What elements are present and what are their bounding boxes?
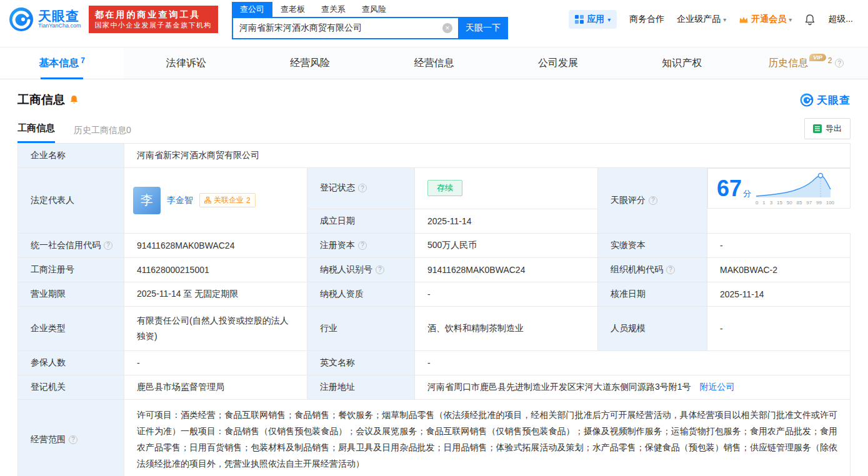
- reg-address-cell: 河南省周口市鹿邑县先进制造业开发区宋河大道东侧同源路3号附1号 附近公司: [415, 375, 851, 399]
- membership-menu[interactable]: 开通会员 ▾: [739, 14, 792, 25]
- tab-intellectual-property[interactable]: 知识产权: [620, 47, 744, 79]
- org-code-label: 组织机构代码?: [598, 257, 707, 282]
- tab-operation-risk[interactable]: 经营风险: [248, 47, 372, 79]
- export-excel-icon: [813, 124, 822, 133]
- tab-count: 2: [828, 56, 832, 65]
- industry-value: 酒、饮料和精制茶制造业: [415, 306, 598, 350]
- tianyancha-logo[interactable]: 天眼查 TianYanCha.com: [9, 7, 81, 32]
- orange-bell-icon: [69, 95, 79, 105]
- subtab-bar: 工商信息 历史工商信息0 导出: [17, 118, 851, 143]
- search-tab-risk[interactable]: 查风险: [354, 2, 394, 17]
- promo-banner-line1: 都在用的商业查询工具: [95, 9, 212, 21]
- tab-history-info[interactable]: 历史信息 VIP 2 ?: [744, 47, 868, 79]
- company-name-label: 企业名称: [18, 144, 124, 168]
- org-chart-icon: [204, 197, 211, 204]
- insured-count-value: -: [124, 350, 307, 375]
- header-menu: 应用 ▾ 商务合作 企业级产品 ▾ 开通会员 ▾ 超级...: [569, 10, 853, 29]
- reg-status-label: 登记状态?: [307, 168, 415, 209]
- legal-rep-avatar[interactable]: 李: [133, 187, 161, 214]
- reg-capital-label: 注册资本?: [307, 233, 415, 257]
- business-cooperation-link[interactable]: 商务合作: [629, 14, 664, 25]
- table-row: 企业名称 河南省新宋河酒水商贸有限公司: [18, 144, 851, 168]
- help-icon[interactable]: ?: [69, 435, 77, 444]
- search-block: 查公司 查老板 查关系 查风险 ✕ 天眼一下: [232, 2, 508, 39]
- section-title: 工商信息: [17, 92, 65, 108]
- establish-date-value: 2025-11-14: [415, 209, 598, 233]
- help-icon[interactable]: ?: [358, 241, 367, 250]
- credit-code-value: 91411628MAK0BWAC24: [124, 233, 307, 257]
- org-code-value: MAK0BWAC-2: [707, 257, 851, 282]
- help-icon[interactable]: ?: [666, 265, 675, 274]
- company-type-label: 企业类型: [18, 306, 124, 350]
- reg-number-label: 工商注册号: [18, 257, 124, 282]
- approval-date-value: 2025-11-14: [707, 282, 851, 306]
- search-button[interactable]: 天眼一下: [458, 17, 508, 39]
- notifications-button[interactable]: [804, 14, 816, 26]
- establish-date-label: 成立日期: [307, 209, 415, 233]
- promo-banner-line2: 国家中小企业发展子基金旗下机构: [95, 21, 212, 30]
- tab-legal-proceedings[interactable]: 法律诉讼: [124, 47, 247, 79]
- table-row: 经营范围? 许可项目：酒类经营；食品互联网销售；食品销售；餐饮服务；烟草制品零售…: [18, 399, 851, 476]
- reg-capital-value: 500万人民币: [415, 233, 598, 257]
- subtab-history-business-info[interactable]: 历史工商信息0: [74, 125, 131, 143]
- help-icon[interactable]: ?: [649, 196, 657, 205]
- apps-label: 应用: [587, 14, 604, 25]
- apps-menu[interactable]: 应用 ▾: [569, 10, 617, 29]
- industry-label: 行业: [307, 306, 415, 350]
- help-icon[interactable]: ?: [104, 241, 112, 250]
- table-row: 登记机关 鹿邑县市场监督管理局 注册地址 河南省周口市鹿邑县先进制造业开发区宋河…: [18, 375, 851, 399]
- reg-status-cell: 存续: [415, 168, 598, 209]
- staff-size-value: -: [707, 306, 851, 350]
- score-cell: 67分 0131550859799100: [707, 168, 851, 209]
- clear-search-icon[interactable]: ✕: [442, 23, 452, 33]
- vip-badge: VIP: [809, 54, 826, 61]
- tab-basic-info[interactable]: 基本信息 7: [0, 47, 124, 79]
- subtab-business-info[interactable]: 工商信息: [17, 122, 55, 143]
- reg-number-value: 411628000215001: [124, 257, 307, 282]
- help-icon[interactable]: ?: [376, 265, 384, 274]
- enterprise-products-menu[interactable]: 企业级产品 ▾: [677, 14, 726, 25]
- section-watermark-logo: 天眼查: [800, 93, 851, 107]
- business-term-label: 营业期限: [18, 282, 124, 306]
- apps-grid-icon: [575, 15, 584, 24]
- legal-rep-name-link[interactable]: 李金智: [167, 195, 193, 206]
- paid-capital-label: 实缴资本: [598, 233, 707, 257]
- search-type-tabs: 查公司 查老板 查关系 查风险: [232, 2, 508, 17]
- tab-operation-info[interactable]: 经营信息: [372, 47, 496, 79]
- nearby-companies-link[interactable]: 附近公司: [699, 382, 734, 392]
- credit-code-label: 统一社会信用代码?: [18, 233, 124, 257]
- chevron-down-icon: ▾: [789, 16, 792, 23]
- score-curve: [755, 171, 835, 200]
- search-input[interactable]: [232, 17, 458, 39]
- help-icon[interactable]: ?: [358, 184, 367, 192]
- staff-size-label: 人员规模: [598, 306, 707, 350]
- monitor-bell-button[interactable]: [69, 95, 79, 105]
- export-button[interactable]: 导出: [804, 118, 851, 139]
- score-value: 67: [717, 176, 742, 201]
- taxpayer-quality-value: -: [415, 282, 598, 306]
- super-vip-menu[interactable]: 超级...: [828, 14, 853, 25]
- table-row: 统一社会信用代码? 91411628MAK0BWAC24 注册资本? 500万人…: [18, 233, 851, 257]
- related-companies-badge[interactable]: 关联企业 2: [199, 193, 256, 207]
- english-name-value: -: [415, 350, 851, 375]
- search-tab-company[interactable]: 查公司: [232, 2, 272, 17]
- business-term-value: 2025-11-14 至 无固定期限: [124, 282, 307, 306]
- company-name-value: 河南省新宋河酒水商贸有限公司: [124, 144, 851, 168]
- table-row: 工商注册号 411628000215001 纳税人识别号? 91411628MA…: [18, 257, 851, 282]
- tab-company-development[interactable]: 公司发展: [496, 47, 620, 79]
- search-tab-relation[interactable]: 查关系: [313, 2, 354, 17]
- search-tab-boss[interactable]: 查老板: [272, 2, 313, 17]
- business-info-table: 企业名称 河南省新宋河酒水商贸有限公司 法定代表人 李 李金智 关联企业 2: [17, 143, 851, 476]
- chevron-down-icon: ▾: [723, 16, 726, 23]
- tianyancha-logo-icon: [800, 93, 814, 107]
- taxpayer-id-label: 纳税人识别号?: [307, 257, 415, 282]
- taxpayer-id-value: 91411628MAK0BWAC24: [415, 257, 598, 282]
- help-icon[interactable]: ?: [835, 59, 844, 67]
- related-companies-count: 2: [246, 196, 251, 205]
- reg-authority-value: 鹿邑县市场监督管理局: [124, 375, 307, 399]
- reg-address-value: 河南省周口市鹿邑县先进制造业开发区宋河大道东侧同源路3号附1号: [427, 382, 691, 392]
- table-row: 营业期限 2025-11-14 至 无固定期限 纳税人资质 - 核准日期 202…: [18, 282, 851, 306]
- approval-date-label: 核准日期: [598, 282, 707, 306]
- paid-capital-value: -: [707, 233, 851, 257]
- logo-domain: TianYanCha.com: [38, 23, 81, 29]
